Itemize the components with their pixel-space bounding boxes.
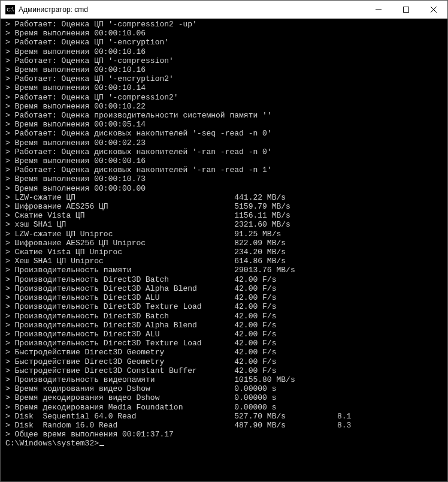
result-line: > Disk Sequential 64.0 Read 527.70 MB/s … — [5, 412, 447, 421]
result-line: > Шифрование AES256 ЦП Uniproc 822.09 MB… — [5, 239, 447, 248]
terminal-line: > Время выполнения 00:00:00.16 — [5, 156, 447, 165]
terminal-line: > Время выполнения 00:00:02.23 — [5, 138, 447, 147]
result-line: > Производительность Direct3D Texture Lo… — [5, 302, 447, 311]
result-line: > Время декодирования Media Foundation 0… — [5, 403, 447, 412]
terminal-line: > Работает: Оценка производительности си… — [5, 111, 447, 120]
result-line: > LZW-сжатие ЦП 441.22 MB/s — [5, 193, 447, 202]
result-line: > Производительность Direct3D Alpha Blen… — [5, 321, 447, 330]
terminal-line: > Время выполнения 00:00:00.00 — [5, 184, 447, 193]
result-line: > Производительность памяти 29013.76 MB/… — [5, 266, 447, 275]
window-title: Администратор: cmd — [19, 5, 365, 14]
minimize-icon — [376, 7, 382, 13]
result-line: > Производительность Direct3D Alpha Blen… — [5, 284, 447, 293]
result-line: > Хеш SHA1 ЦП Uniproc 614.86 MB/s — [5, 257, 447, 266]
terminal-line: > Работает: Оценка дисковых накопителей … — [5, 147, 447, 156]
terminal-line: > Время выполнения 00:00:10.22 — [5, 102, 447, 111]
result-line: > Время кодирования видео Dshow 0.00000 … — [5, 384, 447, 393]
minimize-button[interactable] — [365, 1, 392, 19]
result-line: > Быстродействие Direct3D Geometry 42.00… — [5, 348, 447, 357]
prompt-line[interactable]: C:\Windows\system32> — [5, 439, 447, 448]
terminal-line: > Работает: Оценка ЦП '-encryption2' — [5, 74, 447, 83]
result-line: > Производительность Direct3D Batch 42.0… — [5, 312, 447, 321]
result-line: > Производительность Direct3D Batch 42.0… — [5, 275, 447, 284]
result-line: > Производительность Direct3D Texture Lo… — [5, 339, 447, 348]
close-button[interactable] — [420, 1, 447, 19]
terminal-line: > Работает: Оценка ЦП '-compression2 -up… — [5, 20, 447, 29]
terminal-line: > Работает: Оценка ЦП '-encryption' — [5, 38, 447, 47]
terminal-line: > Время выполнения 00:00:05.14 — [5, 120, 447, 129]
titlebar[interactable]: C:\ Администратор: cmd — [1, 1, 447, 19]
result-line: > Disk Random 16.0 Read 487.90 MB/s 8.3 — [5, 421, 447, 430]
cmd-icon: C:\ — [5, 5, 15, 14]
svg-rect-1 — [404, 7, 409, 13]
result-line: > Быстродействие Direct3D Geometry 42.00… — [5, 357, 447, 366]
terminal-line: > Время выполнения 00:00:10.16 — [5, 47, 447, 56]
terminal-line: > Время выполнения 00:00:10.14 — [5, 83, 447, 92]
maximize-button[interactable] — [392, 1, 420, 19]
result-line: > Время декодирования видео Dshow 0.0000… — [5, 393, 447, 402]
result-line: > Сжатие Vista ЦП 1156.11 MB/s — [5, 211, 447, 220]
terminal-line: > Работает: Оценка ЦП '-compression2' — [5, 93, 447, 102]
cursor — [99, 445, 104, 446]
result-line: > Производительность Direct3D ALU 42.00 … — [5, 293, 447, 302]
result-line: > хэш SHA1 ЦП 2321.60 MB/s — [5, 220, 447, 229]
maximize-icon — [403, 7, 409, 13]
result-line: > Шифрование AES256 ЦП 5159.79 MB/s — [5, 202, 447, 211]
result-line: > LZW-сжатие ЦП Uniproc 91.25 MB/s — [5, 230, 447, 239]
result-line: > Быстродействие Direct3D Constant Buffe… — [5, 366, 447, 375]
result-line: > Производительность видеопамяти 10155.8… — [5, 375, 447, 384]
total-line: > Общее время выполнения 00:01:37.17 — [5, 430, 447, 439]
terminal-line: > Время выполнения 00:00:10.16 — [5, 65, 447, 74]
close-icon — [431, 7, 437, 13]
result-line: > Сжатие Vista ЦП Uniproc 234.20 MB/s — [5, 248, 447, 257]
terminal-output[interactable]: > Работает: Оценка ЦП '-compression2 -up… — [1, 19, 447, 481]
cmd-window: C:\ Администратор: cmd > Работает: Оценк… — [0, 0, 448, 482]
terminal-line: > Работает: Оценка дисковых накопителей … — [5, 165, 447, 174]
terminal-line: > Работает: Оценка ЦП '-compression' — [5, 56, 447, 65]
result-line: > Производительность Direct3D ALU 42.00 … — [5, 330, 447, 339]
terminal-line: > Время выполнения 00:00:10.06 — [5, 29, 447, 38]
terminal-line: > Время выполнения 00:00:10.73 — [5, 174, 447, 183]
terminal-line: > Работает: Оценка дисковых накопителей … — [5, 129, 447, 138]
